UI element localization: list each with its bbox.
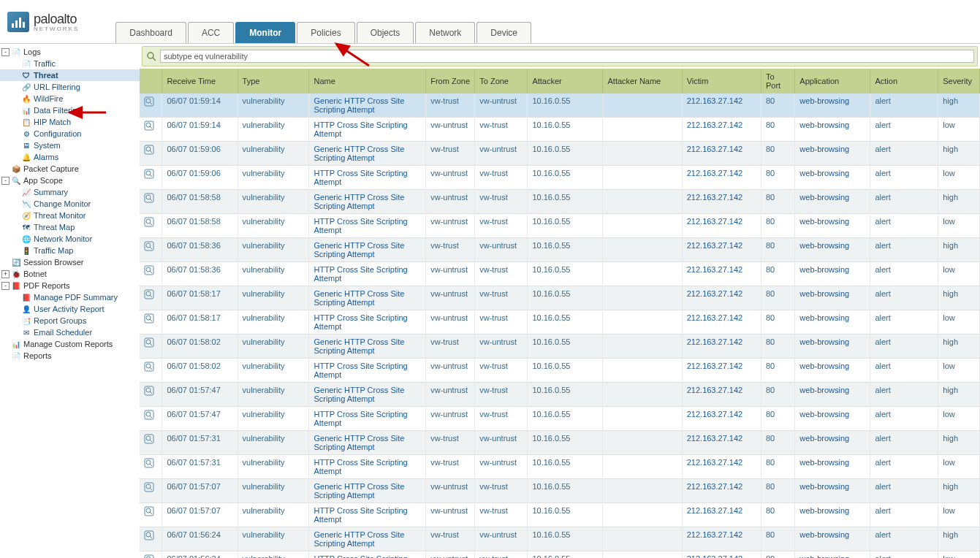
table-row[interactable]: 06/07 01:57:31vulnerabilityGeneric HTTP … xyxy=(140,431,980,455)
table-row[interactable]: 06/07 01:59:06vulnerabilityHTTP Cross Si… xyxy=(140,166,980,190)
table-row[interactable]: 06/07 01:58:36vulnerabilityHTTP Cross Si… xyxy=(140,262,980,286)
value-link[interactable]: web-browsing xyxy=(799,506,849,515)
value-link[interactable]: 212.163.27.142 xyxy=(687,434,742,443)
col-header[interactable]: Attacker Name xyxy=(603,69,682,93)
value-link[interactable]: web-browsing xyxy=(799,482,849,491)
sidebar-appscope-network-monitor[interactable]: 🌐Network Monitor xyxy=(0,233,140,245)
table-row[interactable]: 06/07 01:57:07vulnerabilityGeneric HTTP … xyxy=(140,479,980,503)
col-header[interactable]: From Zone xyxy=(426,69,475,93)
table-row[interactable]: 06/07 01:58:17vulnerabilityHTTP Cross Si… xyxy=(140,310,980,335)
value-link[interactable]: web-browsing xyxy=(799,145,849,153)
col-header[interactable]: To Zone xyxy=(475,69,528,93)
value-link[interactable]: web-browsing xyxy=(799,554,849,558)
log-detail-icon[interactable] xyxy=(144,169,154,179)
tab-network[interactable]: Network xyxy=(415,22,475,43)
sidebar-pdf-reports[interactable]: -📕PDF Reports xyxy=(0,280,140,291)
value-link[interactable]: web-browsing xyxy=(799,386,849,394)
value-link[interactable]: 212.163.27.142 xyxy=(687,169,742,177)
sidebar-appscope-summary[interactable]: 📈Summary xyxy=(0,186,140,198)
table-row[interactable]: 06/07 01:57:31vulnerabilityHTTP Cross Si… xyxy=(140,455,980,479)
threat-name-link[interactable]: Generic HTTP Cross Site Scripting Attemp… xyxy=(314,241,404,259)
sidebar-logs-configuration[interactable]: ⚙Configuration xyxy=(0,128,140,140)
value-link[interactable]: 212.163.27.142 xyxy=(687,554,742,558)
table-row[interactable]: 06/07 01:58:36vulnerabilityGeneric HTTP … xyxy=(140,238,980,262)
tree-toggle-icon[interactable]: - xyxy=(1,282,10,290)
table-row[interactable]: 06/07 01:57:07vulnerabilityHTTP Cross Si… xyxy=(140,503,980,527)
sidebar-pdf-report-groups[interactable]: 📑Report Groups xyxy=(0,315,140,326)
threat-name-link[interactable]: HTTP Cross Site Scripting Attempt xyxy=(314,121,407,138)
threat-name-link[interactable]: HTTP Cross Site Scripting Attempt xyxy=(314,169,407,186)
value-link[interactable]: web-browsing xyxy=(799,169,849,177)
sidebar-pdf-user-activity-report[interactable]: 👤User Activity Report xyxy=(0,303,140,315)
sidebar-packet-capture[interactable]: 📦Packet Capture xyxy=(0,163,140,175)
value-link[interactable]: web-browsing xyxy=(799,241,849,250)
tree-toggle-icon[interactable]: - xyxy=(1,177,10,185)
value-link[interactable]: web-browsing xyxy=(799,530,849,539)
log-detail-icon[interactable] xyxy=(144,362,154,372)
col-header[interactable]: Severity xyxy=(938,69,980,93)
sidebar-manage-custom-reports[interactable]: 📊Manage Custom Reports xyxy=(0,338,140,350)
col-header[interactable]: Action xyxy=(870,69,938,93)
threat-name-link[interactable]: HTTP Cross Site Scripting Attempt xyxy=(314,458,407,475)
sidebar-appscope-threat-map[interactable]: 🗺Threat Map xyxy=(0,221,140,233)
value-link[interactable]: web-browsing xyxy=(799,265,849,274)
threat-name-link[interactable]: HTTP Cross Site Scripting Attempt xyxy=(314,506,407,524)
search-icon[interactable] xyxy=(145,50,157,62)
value-link[interactable]: web-browsing xyxy=(799,434,849,443)
value-link[interactable]: 212.163.27.142 xyxy=(687,241,742,250)
value-link[interactable]: 212.163.27.142 xyxy=(687,410,742,418)
threat-name-link[interactable]: HTTP Cross Site Scripting Attempt xyxy=(314,410,407,427)
value-link[interactable]: 212.163.27.142 xyxy=(687,96,742,105)
log-detail-icon[interactable] xyxy=(144,289,154,299)
sidebar-logs-threat[interactable]: 🛡Threat xyxy=(0,69,140,81)
tab-policies[interactable]: Policies xyxy=(297,22,354,43)
col-header[interactable]: Victim xyxy=(682,69,761,93)
log-detail-icon[interactable] xyxy=(144,434,154,444)
value-link[interactable]: web-browsing xyxy=(799,193,849,202)
threat-name-link[interactable]: Generic HTTP Cross Site Scripting Attemp… xyxy=(314,337,404,355)
tab-dashboard[interactable]: Dashboard xyxy=(115,22,186,43)
table-row[interactable]: 06/07 01:56:24vulnerabilityGeneric HTTP … xyxy=(140,527,980,551)
sidebar-reports[interactable]: 📄Reports xyxy=(0,350,140,362)
sidebar-pdf-manage-pdf-summary[interactable]: 📕Manage PDF Summary xyxy=(0,291,140,303)
threat-name-link[interactable]: Generic HTTP Cross Site Scripting Attemp… xyxy=(314,96,404,114)
table-row[interactable]: 06/07 01:58:02vulnerabilityHTTP Cross Si… xyxy=(140,359,980,383)
log-detail-icon[interactable] xyxy=(144,313,154,324)
value-link[interactable]: 212.163.27.142 xyxy=(687,193,742,202)
threat-name-link[interactable]: HTTP Cross Site Scripting Attempt xyxy=(314,313,407,331)
sidebar-logs-data-filtering[interactable]: 📊Data Filtering xyxy=(0,104,140,116)
log-detail-icon[interactable] xyxy=(144,217,154,227)
col-header[interactable]: Name xyxy=(309,69,426,93)
log-detail-icon[interactable] xyxy=(144,386,154,396)
tree-toggle-icon[interactable]: + xyxy=(1,270,10,278)
table-row[interactable]: 06/07 01:59:14vulnerabilityGeneric HTTP … xyxy=(140,93,980,118)
log-detail-icon[interactable] xyxy=(144,554,154,558)
tab-acc[interactable]: ACC xyxy=(188,22,234,43)
value-link[interactable]: 212.163.27.142 xyxy=(687,313,742,322)
table-row[interactable]: 06/07 01:59:06vulnerabilityGeneric HTTP … xyxy=(140,142,980,166)
sidebar-logs[interactable]: -📄Logs xyxy=(0,46,140,58)
table-row[interactable]: 06/07 01:58:58vulnerabilityHTTP Cross Si… xyxy=(140,214,980,238)
sidebar-logs-traffic[interactable]: 📄Traffic xyxy=(0,58,140,69)
threat-name-link[interactable]: Generic HTTP Cross Site Scripting Attemp… xyxy=(314,434,404,451)
threat-name-link[interactable]: HTTP Cross Site Scripting Attempt xyxy=(314,217,407,234)
threat-name-link[interactable]: HTTP Cross Site Scripting Attempt xyxy=(314,554,407,558)
sidebar-logs-wildfire[interactable]: 🔥WildFire xyxy=(0,93,140,104)
table-row[interactable]: 06/07 01:58:58vulnerabilityGeneric HTTP … xyxy=(140,190,980,214)
value-link[interactable]: web-browsing xyxy=(799,217,849,226)
sidebar-logs-hip-match[interactable]: 📋HIP Match xyxy=(0,116,140,128)
table-row[interactable]: 06/07 01:59:14vulnerabilityHTTP Cross Si… xyxy=(140,118,980,142)
table-row[interactable]: 06/07 01:58:17vulnerabilityGeneric HTTP … xyxy=(140,286,980,310)
log-detail-icon[interactable] xyxy=(144,241,154,251)
threat-name-link[interactable]: Generic HTTP Cross Site Scripting Attemp… xyxy=(314,386,404,403)
threat-name-link[interactable]: HTTP Cross Site Scripting Attempt xyxy=(314,362,407,379)
sidebar-pdf-email-scheduler[interactable]: ✉Email Scheduler xyxy=(0,326,140,338)
value-link[interactable]: 212.163.27.142 xyxy=(687,530,742,539)
log-detail-icon[interactable] xyxy=(144,145,154,155)
value-link[interactable]: 212.163.27.142 xyxy=(687,362,742,370)
value-link[interactable]: 212.163.27.142 xyxy=(687,337,742,346)
value-link[interactable]: 212.163.27.142 xyxy=(687,482,742,491)
sidebar-logs-system[interactable]: 🖥System xyxy=(0,140,140,151)
tab-objects[interactable]: Objects xyxy=(357,22,414,43)
col-header[interactable]: Type xyxy=(238,69,309,93)
